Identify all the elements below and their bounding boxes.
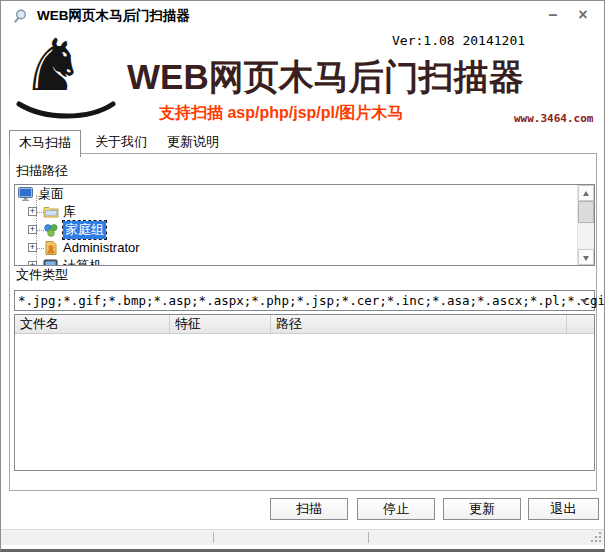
tree-item-label: 计算机 [63,257,102,265]
scroll-up-button[interactable] [578,185,594,201]
rocking-horse-logo: ♞ [15,45,119,121]
app-title: WEB网页木马后门扫描器 [127,54,524,101]
status-bar [1,529,604,545]
tree-item-administrator[interactable]: + Administrator [15,239,577,257]
tree-scrollbar[interactable] [577,185,594,265]
tree-item-computer[interactable]: + 计算机 [15,257,577,265]
exit-button[interactable]: 退出 [528,498,599,520]
close-button[interactable]: × [568,1,598,29]
rocker-arc-icon [15,101,117,121]
tree-item-libraries[interactable]: + 库 [15,203,577,221]
tree-item-homegroup[interactable]: + 家庭组 [15,221,577,239]
expand-toggle-icon[interactable]: + [28,207,37,216]
scan-panel: 扫描路径 桌面 + [9,153,597,491]
scan-button[interactable]: 扫描 [270,498,348,520]
user-folder-icon [43,240,59,256]
scroll-down-button[interactable] [578,249,594,265]
tagline: 支持扫描 asp/php/jsp/pl/图片木马 [159,103,403,124]
resize-grip[interactable] [591,532,601,542]
tree-item-label-selected: 家庭组 [63,221,106,239]
homegroup-icon [43,222,59,238]
stop-button[interactable]: 停止 [357,498,435,520]
expand-toggle-icon[interactable]: + [28,243,37,252]
arrow-down-icon [583,256,589,261]
update-button[interactable]: 更新 [443,498,521,520]
expand-toggle-icon[interactable]: + [28,225,37,234]
column-header-signature[interactable]: 特征 [170,315,271,333]
expand-toggle-icon[interactable]: + [28,261,37,265]
arrow-up-icon [583,191,589,196]
tree-item-label: 桌面 [38,185,64,203]
tab-strip: 木马扫描 关于我们 更新说明 [9,130,225,151]
statusbar-separator [368,532,369,543]
app-window: WEB网页木马后门扫描器 – × Ver:1.08 20141201 ♞ WEB… [0,0,605,552]
desktop-icon [18,186,34,202]
tree-item-label: Administrator [63,239,140,257]
file-type-label: 文件类型 [16,266,68,284]
results-table-body [15,334,594,470]
title-bar: WEB网页木马后门扫描器 – × [1,1,604,31]
minimize-button[interactable]: – [538,1,568,29]
folder-tree[interactable]: 桌面 + 库 + [14,184,595,266]
scrollbar-thumb[interactable] [578,201,594,223]
column-header-filename[interactable]: 文件名 [15,315,170,333]
results-table: 文件名 特征 路径 [14,314,595,471]
website-text: www.3464.com [514,112,593,125]
tab-about-us[interactable]: 关于我们 [89,130,153,155]
tab-trojan-scan[interactable]: 木马扫描 [9,130,81,157]
column-header-extra [567,315,594,333]
combo-dropdown-icon[interactable] [580,299,588,303]
tab-update-notes[interactable]: 更新说明 [161,130,225,155]
horse-icon: ♞ [21,29,86,101]
banner: Ver:1.08 20141201 ♞ WEB网页木马后门扫描器 支持扫描 as… [1,31,604,126]
tree-item-desktop[interactable]: 桌面 [15,185,577,203]
results-table-header: 文件名 特征 路径 [15,315,594,334]
tree-viewport: 桌面 + 库 + [15,185,577,265]
scan-path-label: 扫描路径 [16,162,68,180]
version-text: Ver:1.08 20141201 [392,33,525,48]
file-type-value[interactable]: *.jpg;*.gif;*.bmp;*.asp;*.aspx;*.php;*.j… [18,291,605,310]
libraries-folder-icon [43,204,59,220]
statusbar-separator [213,532,214,543]
file-type-combobox[interactable]: *.jpg;*.gif;*.bmp;*.asp;*.aspx;*.php;*.j… [14,290,595,311]
tree-item-label: 库 [63,203,76,221]
computer-icon [43,258,59,265]
magnifier-search-icon [13,8,29,24]
column-header-path[interactable]: 路径 [271,315,567,333]
